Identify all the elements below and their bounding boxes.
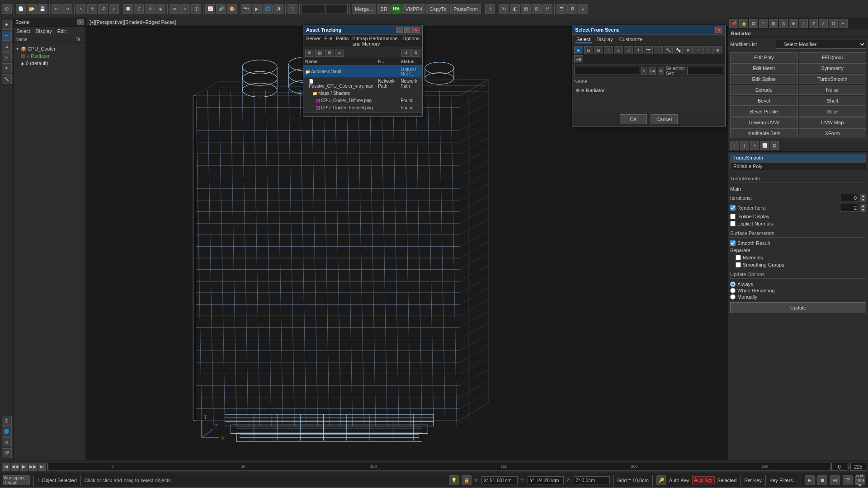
asset-tracking-scrollbar[interactable]	[303, 113, 422, 116]
tree-item-default[interactable]: ◈ 0 (default)	[14, 60, 85, 67]
render-iters-down[interactable]: ▼	[860, 208, 866, 212]
select-case-icon[interactable]: Aa	[649, 67, 656, 75]
align-icon[interactable]: ≡	[180, 4, 190, 14]
materials-checkbox[interactable]	[736, 255, 741, 260]
asset-paths-menu[interactable]: Paths	[336, 36, 349, 47]
symmetry-btn[interactable]: Symmetry	[799, 63, 867, 73]
asset-file-menu[interactable]: File	[324, 36, 332, 47]
effects-icon[interactable]: ✨	[274, 4, 283, 14]
angle-snap[interactable]: ∠	[134, 4, 144, 14]
xform-btn[interactable]: XForm	[799, 128, 867, 138]
window-crossing-icon[interactable]: ▧	[769, 19, 778, 28]
iterations-input[interactable]	[840, 194, 858, 202]
asset-row-vault[interactable]: 📁Autodesk Vault Logged Out (...	[303, 66, 422, 78]
lock2-icon[interactable]: |	[740, 141, 749, 150]
pastefrom-button[interactable]: PasteFrom	[450, 4, 481, 14]
asset-view-icon[interactable]: ▤	[315, 49, 324, 57]
scene-nav-display[interactable]: Display	[35, 28, 53, 34]
tab-select[interactable]: Select	[575, 36, 592, 43]
sel-geo-icon[interactable]: △	[614, 46, 623, 54]
modify-icon[interactable]: ✏	[2, 31, 12, 41]
tab-customize[interactable]: Customize	[618, 36, 644, 43]
mirror-icon[interactable]: ⇔	[170, 4, 179, 14]
asset-settings-icon[interactable]: ⚙	[411, 49, 420, 57]
noise-btn[interactable]: Noise	[799, 85, 867, 95]
rotate-icon[interactable]: ↺	[98, 4, 108, 14]
render-iters-checkbox[interactable]	[730, 205, 736, 211]
bevel-profile-btn[interactable]: Bevel Profile	[730, 107, 798, 117]
settings-icon[interactable]: ⚙	[567, 4, 577, 14]
extra2-icon[interactable]: ▤	[521, 4, 531, 14]
asset-tracking-minimize[interactable]: _	[396, 27, 403, 33]
warning-icon[interactable]: ⚠	[485, 4, 495, 14]
asset-row-maps[interactable]: 📁Maps / Shaders	[303, 90, 422, 97]
slice-btn[interactable]: Slice	[799, 107, 867, 117]
snap-toggle[interactable]: 🔲	[123, 4, 133, 14]
timeline-next-icon[interactable]: ▶|	[38, 463, 46, 471]
frame-input[interactable]	[831, 463, 847, 471]
move-icon[interactable]: ✛	[87, 4, 97, 14]
status-lock2-icon[interactable]: 🔒	[462, 475, 472, 485]
sel-helper-icon[interactable]: +	[654, 46, 663, 54]
motion-icon[interactable]: ▷	[2, 52, 12, 62]
move-right-icon[interactable]: ↑	[799, 19, 808, 28]
select-search-input[interactable]	[574, 67, 639, 75]
render-iters-up[interactable]: ▲	[860, 204, 866, 208]
asset-tracking-restore[interactable]: □	[404, 27, 411, 33]
explicit-normals-checkbox[interactable]	[730, 221, 736, 226]
scale-right-icon[interactable]: ⤢	[819, 19, 828, 28]
ineditable-sets-btn[interactable]: Ineditable Sets	[730, 128, 798, 138]
sel-bone-icon[interactable]: 🦴	[674, 46, 683, 54]
edit-spline-btn[interactable]: Edit Spline	[730, 74, 798, 84]
extra3-icon[interactable]: ⊞	[532, 4, 542, 14]
asset-options-menu[interactable]: Options	[402, 36, 420, 47]
timeline-prev-icon[interactable]: |◀	[2, 463, 10, 471]
render-iters-input[interactable]	[840, 204, 858, 212]
iterations-down[interactable]: ▼	[860, 198, 866, 202]
unwrap-uvw-btn[interactable]: Unwrap UVW	[730, 117, 798, 127]
select-cancel-button[interactable]: Cancel	[651, 114, 678, 124]
utilities-icon[interactable]: 🔧	[2, 74, 12, 84]
vmpp4-button[interactable]: VMPP4	[402, 4, 425, 14]
ffd-box-btn[interactable]: FFD(box)	[799, 52, 867, 62]
anim-step-icon[interactable]: ⏭	[830, 475, 840, 485]
link-icon[interactable]: ⛓	[829, 19, 838, 28]
smoothing-groups-checkbox[interactable]	[736, 262, 741, 267]
xref-icon[interactable]: Xr	[499, 4, 509, 14]
select-ok-button[interactable]: OK	[620, 114, 647, 124]
select-filter2-icon[interactable]: ⊕	[658, 67, 664, 75]
curve-editor-icon[interactable]: 📈	[205, 4, 215, 14]
asset-row-diffuse[interactable]: 🖼CPU_Cooler_Diffuse.png Found	[303, 97, 422, 104]
asset-row-fresnel[interactable]: 🖼CPU_Cooler_Fresnel.png Found	[303, 104, 422, 112]
percent-snap[interactable]: %	[145, 4, 155, 14]
spinner-snap[interactable]: ◈	[156, 4, 165, 14]
scene-side-icon[interactable]: 🌐	[2, 427, 12, 436]
graph-icon[interactable]: 📈	[760, 141, 769, 150]
modifier-stack-editable-poly[interactable]: Editable Poly	[730, 162, 866, 170]
scale-icon[interactable]: ⤢	[109, 4, 119, 14]
sel-shape-icon[interactable]: □	[624, 46, 633, 54]
frame-total-input[interactable]	[850, 463, 866, 471]
add-time-tag-icon[interactable]: Add Time Tag	[855, 475, 865, 485]
merge-button[interactable]: Merge...	[352, 4, 376, 14]
display-customize-icon[interactable]: ☰	[557, 4, 566, 14]
help-icon[interactable]: ?	[288, 4, 297, 14]
select-list-item-radiator[interactable]: Radiator	[576, 87, 722, 94]
tree-item-radiator[interactable]: ○ Radiator	[14, 52, 85, 60]
asset-connect-icon[interactable]: ⊞	[305, 49, 314, 57]
sel-space-icon[interactable]: 🔧	[664, 46, 673, 54]
grid-icon[interactable]: #	[578, 4, 588, 14]
rb-icon[interactable]: RB	[392, 4, 401, 14]
anim-play-icon[interactable]: ▶	[805, 475, 815, 485]
open-icon[interactable]: 📂	[27, 4, 37, 14]
timeline-track[interactable]: 0 50 100 150 200 250	[47, 463, 830, 471]
sel-invert-icon[interactable]: ⊠	[594, 46, 603, 54]
timeline-fwd-icon[interactable]: ▶▶	[29, 463, 37, 471]
sel-cam-icon[interactable]: 📷	[644, 46, 653, 54]
select-filter-icon[interactable]: ⊕	[789, 19, 798, 28]
pin-icon[interactable]: 📌	[729, 19, 738, 28]
update-button[interactable]: Update	[730, 302, 866, 313]
asset-refresh-icon[interactable]: ↺	[401, 49, 410, 57]
undo-icon[interactable]: ↩	[52, 4, 61, 14]
extra1-icon[interactable]: ◧	[510, 4, 520, 14]
